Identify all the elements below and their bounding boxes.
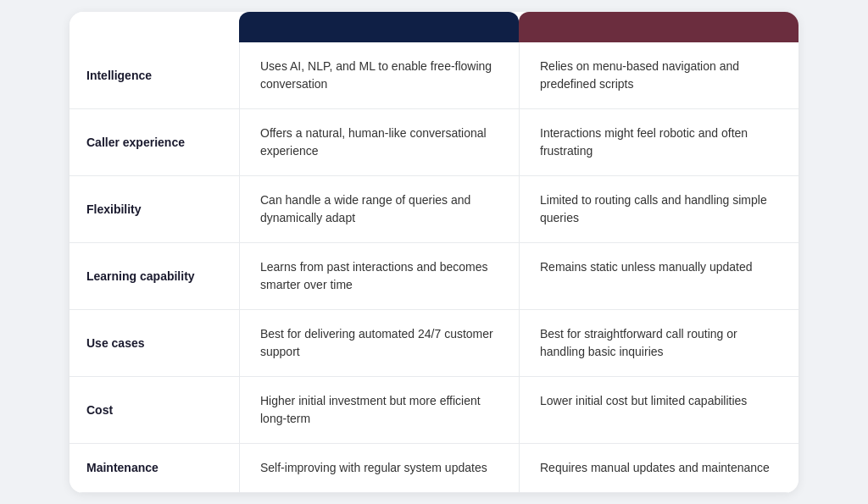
row-label-caller-experience: Caller experience	[70, 109, 239, 176]
row-label-cost: Cost	[70, 377, 239, 444]
row-ivr-caller-experience: Interactions might feel robotic and ofte…	[519, 109, 798, 176]
row-ivr-flexibility: Limited to routing calls and handling si…	[519, 176, 798, 243]
header-empty-cell	[70, 12, 239, 42]
table-grid: IntelligenceUses AI, NLP, and ML to enab…	[70, 12, 798, 493]
header-ai	[239, 12, 519, 42]
row-ai-flexibility: Can handle a wide range of queries and d…	[239, 176, 519, 243]
row-ai-learning-capability: Learns from past interactions and become…	[239, 243, 519, 310]
row-label-learning-capability: Learning capability	[70, 243, 239, 310]
row-ai-caller-experience: Offers a natural, human-like conversatio…	[239, 109, 519, 176]
row-ivr-use-cases: Best for straightforward call routing or…	[519, 310, 798, 377]
row-ivr-cost: Lower initial cost but limited capabilit…	[519, 377, 798, 444]
row-label-maintenance: Maintenance	[70, 444, 239, 493]
row-ai-cost: Higher initial investment but more effic…	[239, 377, 519, 444]
row-ivr-intelligence: Relies on menu-based navigation and pred…	[519, 42, 798, 109]
row-ai-intelligence: Uses AI, NLP, and ML to enable free-flow…	[239, 42, 519, 109]
row-label-intelligence: Intelligence	[70, 42, 239, 109]
row-ai-maintenance: Self-improving with regular system updat…	[239, 444, 519, 493]
row-label-flexibility: Flexibility	[70, 176, 239, 243]
row-ivr-learning-capability: Remains static unless manually updated	[519, 243, 798, 310]
row-ai-use-cases: Best for delivering automated 24/7 custo…	[239, 310, 519, 377]
header-ivr	[519, 12, 798, 42]
comparison-table: IntelligenceUses AI, NLP, and ML to enab…	[70, 12, 798, 493]
row-ivr-maintenance: Requires manual updates and maintenance	[519, 444, 798, 493]
row-label-use-cases: Use cases	[70, 310, 239, 377]
